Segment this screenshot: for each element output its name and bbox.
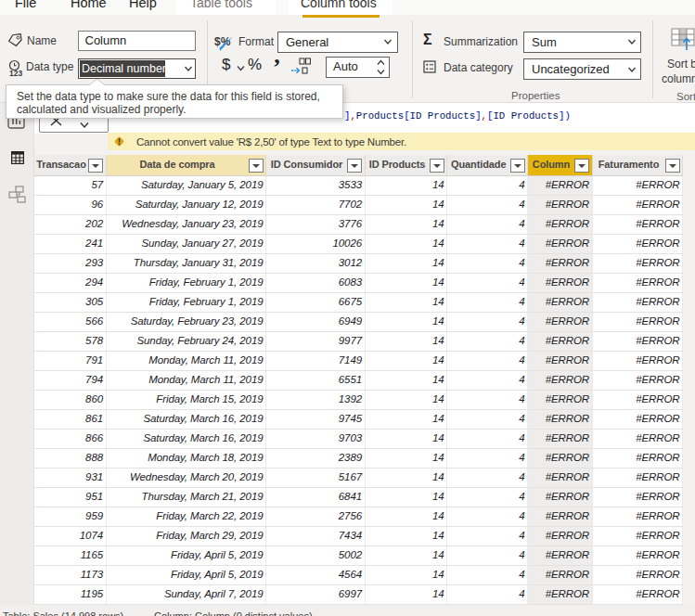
svg-text:123: 123 bbox=[9, 69, 22, 78]
